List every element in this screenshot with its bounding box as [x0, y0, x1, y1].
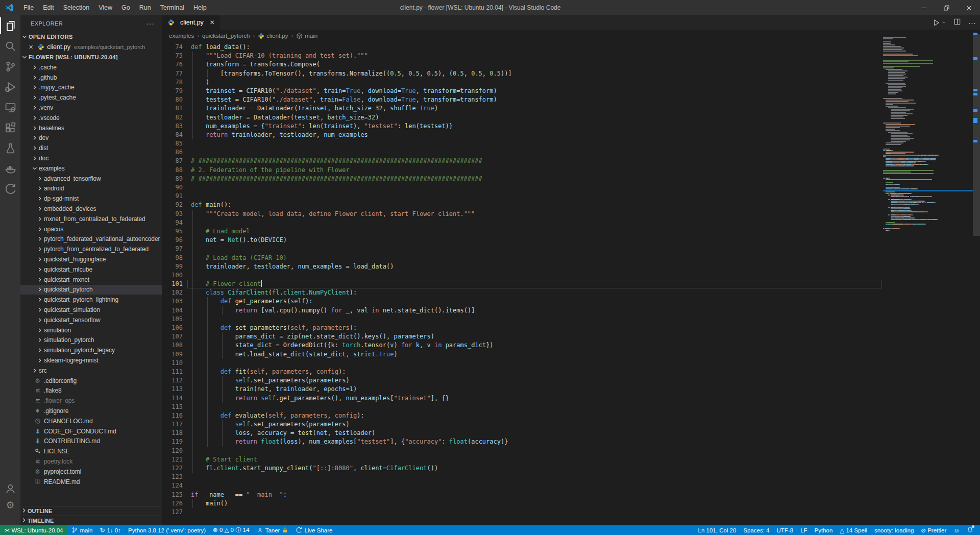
tree-item-dist[interactable]: dist [20, 143, 162, 153]
status-live-share[interactable]: Live Share [292, 525, 336, 535]
tree-item-pyproject-toml[interactable]: ⚙pyproject.toml [20, 467, 162, 477]
docker-icon[interactable] [0, 158, 20, 179]
breadcrumb-examples[interactable]: examples [169, 33, 194, 39]
live-share-icon[interactable] [0, 179, 20, 199]
status-branch[interactable]: main [68, 525, 96, 535]
open-editors-header[interactable]: OPEN EDITORS [20, 32, 162, 42]
status-spell[interactable]: △ 14 Spell [836, 525, 871, 535]
tree-item-license[interactable]: LICENSE [20, 446, 162, 456]
breadcrumb-client-py[interactable]: client.py [258, 33, 288, 39]
tree-item-readme-md[interactable]: ⓘREADME.md [20, 477, 162, 487]
status-problems[interactable]: ⊗ 0 △ 0 ⓘ 14 [209, 525, 253, 535]
tree-item--flake8[interactable]: .flake8 [20, 386, 162, 396]
explorer-icon[interactable] [0, 15, 20, 36]
tree-item-examples[interactable]: examples [20, 163, 162, 174]
settings-icon[interactable]: ⚙ [0, 495, 20, 515]
split-editor-icon[interactable] [953, 18, 961, 28]
tree-item-pytorch-federated-variational-autoencoder[interactable]: pytorch_federated_variational_autoencode… [20, 234, 162, 245]
tree-item--vscode[interactable]: .vscode [20, 113, 162, 123]
menu-go[interactable]: Go [117, 0, 135, 15]
tab-close-icon[interactable]: ✕ [210, 19, 215, 26]
explorer-actions-icon[interactable]: ··· [146, 19, 155, 28]
open-editor-client-py[interactable]: ✕ client.py examples/quickstart_pytorch [20, 42, 162, 52]
tree-item-mxnet-from-centralized-to-federated[interactable]: mxnet_from_centralized_to_federated [20, 214, 162, 224]
status-account[interactable]: Taner [253, 525, 292, 535]
outline-header[interactable]: OUTLINE [20, 506, 162, 516]
tree-item-dev[interactable]: dev [20, 133, 162, 143]
status-cursor-position[interactable]: Ln 101, Col 20 [695, 525, 740, 535]
run-python-file-icon[interactable] [933, 19, 946, 27]
close-editor-icon[interactable]: ✕ [29, 44, 33, 51]
tree-item-quickstart-mlcube[interactable]: quickstart_mlcube [20, 264, 162, 275]
status-snooty[interactable]: snooty: loading [871, 525, 917, 535]
tree-item--cache[interactable]: .cache [20, 62, 162, 72]
testing-icon[interactable] [0, 138, 20, 158]
tree-item--venv[interactable]: .venv [20, 103, 162, 113]
tree-item-simulation-pytorch[interactable]: simulation_pytorch [20, 335, 162, 346]
menu-run[interactable]: Run [135, 0, 156, 15]
tree-item-pytorch-from-centralized-to-federated[interactable]: pytorch_from_centralized_to_federated [20, 244, 162, 254]
python-icon [37, 43, 44, 51]
tree-item--editorconfig[interactable]: ⚙.editorconfig [20, 376, 162, 386]
tree-item-doc[interactable]: doc [20, 153, 162, 163]
tree-item-code-of-conduct-md[interactable]: ⬇CODE_OF_CONDUCT.md [20, 426, 162, 436]
tree-item--github[interactable]: .github [20, 72, 162, 83]
menu-terminal[interactable]: Terminal [156, 0, 189, 15]
tree-item-android[interactable]: android [20, 184, 162, 194]
menu-edit[interactable]: Edit [38, 0, 59, 15]
tree-item--pytest-cache[interactable]: .pytest_cache [20, 92, 162, 103]
tree-item-quickstart-pytorch-lightning[interactable]: quickstart_pytorch_lightning [20, 295, 162, 305]
restore-icon[interactable] [935, 0, 958, 15]
scrollbar[interactable] [973, 15, 980, 525]
tab-client-py[interactable]: client.py ✕ [162, 15, 220, 30]
tree-item--mypy-cache[interactable]: .mypy_cache [20, 83, 162, 93]
tree-item-dp-sgd-mnist[interactable]: dp-sgd-mnist [20, 193, 162, 204]
status-sync[interactable]: ↻1↓ 0↑ [96, 525, 125, 535]
tree-item-embedded-devices[interactable]: embedded_devices [20, 204, 162, 214]
minimap[interactable] [883, 34, 973, 256]
tree-item-quickstart-huggingface[interactable]: quickstart_huggingface [20, 254, 162, 264]
remote-explorer-icon[interactable] [0, 97, 20, 117]
tree-item-poetry-lock[interactable]: poetry.lock [20, 456, 162, 467]
status-remote[interactable]: ><WSL: Ubuntu-20.04 [0, 525, 68, 535]
tree-item-src[interactable]: src [20, 366, 162, 376]
tree-item--gitignore[interactable]: .gitignore [20, 406, 162, 416]
status-prettier[interactable]: ⊘ Prettier [917, 525, 950, 535]
search-icon[interactable] [0, 36, 20, 56]
status-encoding[interactable]: UTF-8 [773, 525, 797, 535]
breadcrumb-quickstart-pytorch[interactable]: quickstart_pytorch [202, 33, 250, 39]
status-feedback[interactable]: ☺ [950, 525, 963, 535]
scrollbar-slider[interactable] [973, 34, 980, 236]
status-eol[interactable]: LF [797, 525, 811, 535]
tree-item-quickstart-tensorflow[interactable]: quickstart_tensorflow [20, 315, 162, 325]
status-notifications[interactable] [963, 525, 977, 535]
breadcrumb-main[interactable]: main [296, 33, 317, 39]
tree-item-advanced-tensorflow[interactable]: advanced_tensorflow [20, 174, 162, 184]
tree-item-simulation-pytorch-legacy[interactable]: simulation_pytorch_legacy [20, 345, 162, 355]
tree-item-quickstart-mxnet[interactable]: quickstart_mxnet [20, 275, 162, 285]
status-language-mode[interactable]: Python [811, 525, 837, 535]
tree-item--flower-ops[interactable]: .flower_ops [20, 396, 162, 406]
tree-item-opacus[interactable]: opacus [20, 224, 162, 234]
menu-help[interactable]: Help [189, 0, 211, 15]
tree-item-sklearn-logreg-mnist[interactable]: sklearn-logreg-mnist [20, 355, 162, 366]
status-indentation[interactable]: Spaces: 4 [740, 525, 773, 535]
code-area[interactable]: 74def load_data():75 """Load CIFAR-10 (t… [162, 42, 883, 517]
minimize-icon[interactable] [913, 0, 935, 15]
extensions-icon[interactable] [0, 117, 20, 138]
menu-selection[interactable]: Selection [59, 0, 94, 15]
tree-item-baselines[interactable]: baselines [20, 123, 162, 133]
status-python-interpreter[interactable]: Python 3.8.12 ('.venv': poetry) [125, 525, 209, 535]
tree-item-quickstart-pytorch[interactable]: quickstart_pytorch [20, 285, 162, 295]
workspace-header[interactable]: FLOWER [WSL: UBUNTU-20.04] [20, 52, 162, 62]
run-and-debug-icon[interactable] [0, 77, 20, 97]
tree-item-contributing-md[interactable]: ⬇CONTRIBUTING.md [20, 436, 162, 446]
menu-file[interactable]: File [19, 0, 38, 15]
source-control-icon[interactable] [0, 56, 20, 77]
tree-item-quickstart-simulation[interactable]: quickstart_simulation [20, 305, 162, 315]
tree-item-changelog-md[interactable]: CHANGELOG.md [20, 416, 162, 426]
close-icon[interactable] [958, 0, 980, 15]
timeline-header[interactable]: TIMELINE [20, 516, 162, 525]
tree-item-simulation[interactable]: simulation [20, 325, 162, 335]
menu-view[interactable]: View [94, 0, 117, 15]
